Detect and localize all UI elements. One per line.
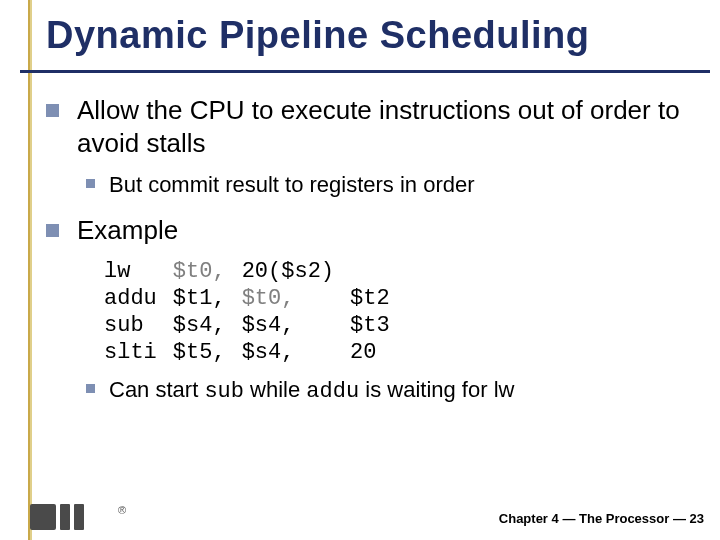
code-arg: $s4, bbox=[242, 312, 350, 339]
page-footer-text: Chapter 4 — The Processor — 23 bbox=[499, 511, 704, 526]
bullet-level2: Can start sub while addu is waiting for … bbox=[86, 376, 702, 407]
slide-footer: ® Chapter 4 — The Processor — 23 bbox=[0, 482, 720, 540]
code-arg: $s4, bbox=[173, 312, 242, 339]
code-row: slti $t5, $s4, 20 bbox=[104, 339, 406, 366]
square-bullet-icon bbox=[86, 384, 95, 393]
vertical-rule-light bbox=[30, 0, 32, 540]
code-arg: $t5, bbox=[173, 339, 242, 366]
code-arg: $t0, bbox=[242, 285, 350, 312]
code-row: sub $s4, $s4, $t3 bbox=[104, 312, 406, 339]
bullet-text: Example bbox=[77, 214, 178, 247]
code-arg: $t1, bbox=[173, 285, 242, 312]
code-table: lw $t0, 20($s2) addu $t1, $t0, $t2 sub $… bbox=[104, 258, 406, 366]
text-span: while bbox=[244, 377, 306, 402]
square-bullet-icon bbox=[46, 224, 59, 237]
inline-code: sub bbox=[204, 379, 244, 404]
slide-title: Dynamic Pipeline Scheduling bbox=[46, 14, 590, 57]
code-arg: $s4, bbox=[242, 339, 350, 366]
logo-bar-icon bbox=[60, 504, 70, 530]
code-op: addu bbox=[104, 285, 173, 312]
code-row: lw $t0, 20($s2) bbox=[104, 258, 406, 285]
inline-code: addu bbox=[306, 379, 359, 404]
code-block: lw $t0, 20($s2) addu $t1, $t0, $t2 sub $… bbox=[104, 258, 702, 366]
code-op: sub bbox=[104, 312, 173, 339]
code-arg: $t3 bbox=[350, 312, 406, 339]
bullet-level1: Example bbox=[46, 214, 702, 247]
registered-mark: ® bbox=[118, 504, 126, 516]
code-op: slti bbox=[104, 339, 173, 366]
publisher-logo bbox=[30, 504, 88, 534]
code-arg: 20 bbox=[350, 339, 406, 366]
code-arg: $t0, bbox=[173, 258, 242, 285]
text-span: Can start bbox=[109, 377, 204, 402]
bullet-text: Can start sub while addu is waiting for … bbox=[109, 376, 514, 407]
bullet-text: But commit result to registers in order bbox=[109, 171, 475, 200]
square-bullet-icon bbox=[86, 179, 95, 188]
slide: Dynamic Pipeline Scheduling Allow the CP… bbox=[0, 0, 720, 540]
code-op: lw bbox=[104, 258, 173, 285]
bullet-text: Allow the CPU to execute instructions ou… bbox=[77, 94, 702, 159]
code-row: addu $t1, $t0, $t2 bbox=[104, 285, 406, 312]
logo-bar-icon bbox=[74, 504, 84, 530]
logo-block-icon bbox=[30, 504, 56, 530]
code-arg: 20($s2) bbox=[242, 258, 350, 285]
slide-body: Allow the CPU to execute instructions ou… bbox=[46, 94, 702, 407]
code-arg: $t2 bbox=[350, 285, 406, 312]
bullet-level1: Allow the CPU to execute instructions ou… bbox=[46, 94, 702, 159]
bullet-level2: But commit result to registers in order bbox=[86, 171, 702, 200]
title-underline bbox=[20, 70, 710, 73]
text-span: is waiting for lw bbox=[359, 377, 514, 402]
code-arg bbox=[350, 258, 406, 285]
square-bullet-icon bbox=[46, 104, 59, 117]
